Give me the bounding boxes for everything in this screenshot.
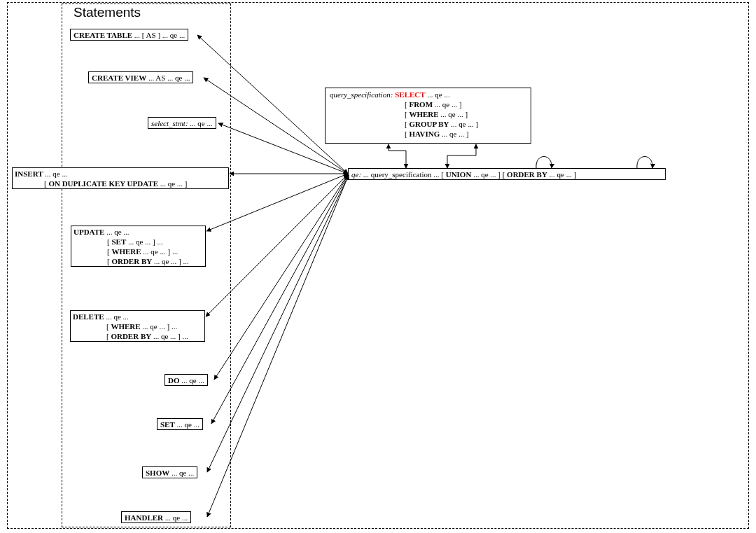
node-update: UPDATE ... qe ... [ SET ... qe ... ] ...… [71, 226, 206, 267]
kw-groupby: GROUP BY [409, 120, 449, 128]
kw-from: FROM [409, 100, 433, 109]
kw-qe-orderby: ORDER BY [507, 170, 547, 179]
text-on-duplicate-suffix: ... qe ... ] [158, 179, 188, 188]
text-qs-where-suffix: ... qe ... ] [439, 110, 468, 118]
text-groupby-suffix: ... qe ... ] [449, 120, 479, 128]
text-insert-suffix: ... qe ... [43, 169, 68, 178]
node-do: DO ... qe ... [164, 374, 208, 386]
node-qe: qe: ... query_specification ... [ UNION … [348, 168, 666, 180]
kw-insert: INSERT [15, 169, 43, 178]
kw-show: SHOW [146, 469, 169, 477]
kw-update-where: WHERE [111, 247, 141, 256]
node-query-specification: query_specification: SELECT ... qe ... [… [325, 88, 531, 144]
text-select-stmt-suffix: ... qe ... [188, 119, 213, 127]
label-query-specification: query_specification: [330, 90, 393, 99]
kw-delete-orderby: ORDER BY [111, 332, 151, 340]
kw-delete: DELETE [73, 312, 104, 321]
text-delete-suffix: ... qe ... [104, 312, 129, 321]
text-show-suffix: ... qe ... [169, 469, 194, 477]
text-do-suffix: ... qe ... [180, 376, 204, 385]
node-create-view: CREATE VIEW ... AS ... qe ... [88, 71, 193, 83]
node-create-table: CREATE TABLE ... [ AS ] ... qe ... [70, 29, 188, 41]
kw-on-duplicate: ON DUPLICATE KEY UPDATE [48, 179, 158, 188]
text-qe-part2: ... qe ... ] [ [471, 170, 507, 179]
node-set: SET ... qe ... [157, 418, 203, 430]
kw-select: SELECT [395, 90, 425, 99]
text-create-table-suffix: ... [ AS ] ... qe ... [132, 31, 185, 39]
node-delete: DELETE ... qe ... [ WHERE ... qe ... ] .… [70, 310, 205, 342]
text-having-suffix: ... qe ... ] [440, 130, 469, 138]
kw-update: UPDATE [74, 228, 104, 236]
node-insert: INSERT ... qe ... [ ON DUPLICATE KEY UPD… [12, 167, 229, 189]
text-select-suffix: ... qe ... [426, 90, 450, 99]
kw-create-view: CREATE VIEW [92, 74, 146, 82]
node-show: SHOW ... qe ... [142, 466, 197, 478]
kw-update-orderby: ORDER BY [111, 257, 152, 265]
text-handler-suffix: ... qe ... [163, 513, 188, 522]
kw-set: SET [160, 420, 175, 429]
text-qe-part3: ... qe ... ] [547, 170, 577, 179]
kw-create-table: CREATE TABLE [74, 31, 132, 39]
statements-title: Statements [74, 5, 141, 20]
text-delete-where-suffix: ... qe ... ] ... [141, 322, 178, 331]
kw-handler: HANDLER [125, 513, 163, 522]
text-update-set-suffix: ... qe ... ] ... [126, 237, 163, 246]
text-qe-part1: ... query_specification ... [ [361, 170, 446, 179]
kw-having: HAVING [409, 130, 440, 138]
kw-update-set: SET [111, 237, 126, 246]
kw-qs-where: WHERE [409, 110, 438, 118]
text-update-where-suffix: ... qe ... ] ... [141, 247, 178, 256]
diagram-canvas: Statements CREATE TABLE ... [ AS ] ... q… [0, 0, 756, 533]
text-update-orderby-suffix: ... qe ... ] ... [152, 257, 189, 265]
text-create-view-suffix: ... AS ... qe ... [146, 74, 190, 82]
text-set-suffix: ... qe ... [175, 420, 200, 429]
kw-delete-where: WHERE [111, 322, 140, 331]
node-select-stmt: select_stmt: ... qe ... [148, 117, 216, 129]
text-update-suffix: ... qe ... [104, 228, 129, 236]
text-delete-orderby-suffix: ... qe ... ] ... [151, 332, 188, 340]
node-handler: HANDLER ... qe ... [121, 511, 191, 523]
text-from-suffix: ... qe ... ] [433, 100, 462, 109]
label-select-stmt: select_stmt: [151, 119, 188, 127]
label-qe: qe: [351, 170, 361, 179]
kw-qe-union: UNION [446, 170, 472, 179]
kw-do: DO [168, 376, 180, 385]
